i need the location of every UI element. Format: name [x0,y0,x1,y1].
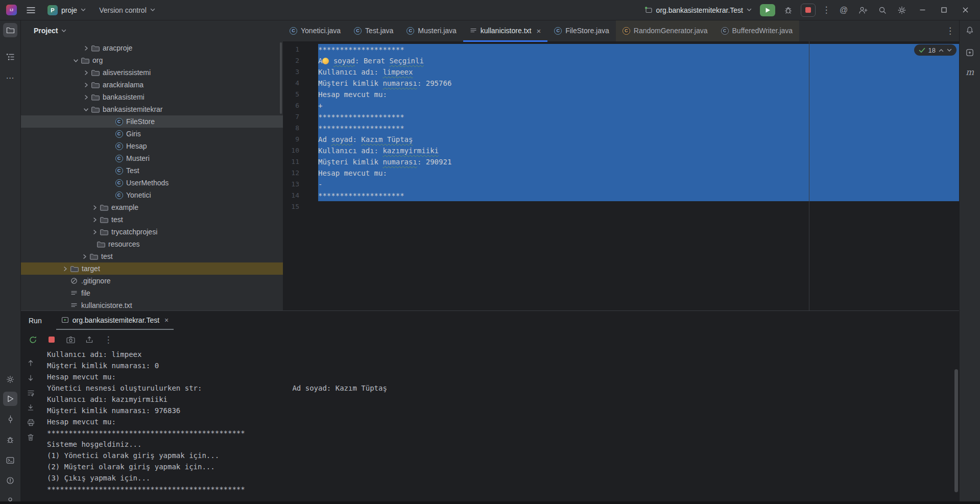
run-tool-icon[interactable] [3,392,17,406]
console-output[interactable]: Kullanıcı adı: limpeexMüşteri kimlik num… [47,349,949,495]
tree-item-.gitignore[interactable]: .gitignore [20,275,283,287]
project-selector[interactable]: P proje [44,4,89,17]
tab-RandomGenerator.java[interactable]: CRandomGenerator.java [616,20,714,41]
scroll-up-button[interactable] [25,357,36,369]
run-config-icon [644,6,653,14]
problems-tool-icon[interactable] [3,473,17,488]
tree-item-UserMethods[interactable]: CUserMethods [20,177,283,189]
tree-item-arackiralama[interactable]: arackiralama [20,79,283,91]
tab-label: Test.java [365,27,393,35]
tree-item-resources[interactable]: resources [20,238,283,250]
run-config-selector[interactable]: org.bankasistemitekrar.Test [642,5,754,16]
at-button[interactable]: @ [837,4,850,17]
print-button[interactable] [25,417,36,428]
commit-tool-icon[interactable] [3,412,17,426]
notifications-bell-icon[interactable] [963,23,977,37]
search-everywhere-button[interactable] [876,4,889,17]
run-button[interactable] [760,4,775,16]
tree-item-example[interactable]: example [20,201,283,213]
editor-line-8: 8******************** [283,123,960,134]
tab-Musteri.java[interactable]: CMusteri.java [400,20,463,41]
tree-scrollbar[interactable] [280,42,282,114]
snapshot-camera-button[interactable] [64,333,77,346]
close-icon[interactable]: × [536,27,541,35]
rerun-button[interactable] [27,333,39,346]
debug-tool-icon[interactable] [3,433,17,447]
console-scrollbar[interactable] [954,369,958,492]
tree-item-Yonetici[interactable]: CYonetici [20,189,283,201]
chevron-up-icon[interactable] [939,49,944,52]
chevron-right-icon[interactable] [60,266,69,272]
tree-item-Hesap[interactable]: CHesap [20,140,283,152]
tab-BufferedWriter.java[interactable]: CBufferedWriter.java [714,20,800,41]
class-icon: C [115,191,123,199]
tab-Yonetici.java[interactable]: CYonetici.java [283,20,347,41]
debug-button[interactable] [781,4,795,17]
tree-item-aracproje[interactable]: aracproje [20,42,283,54]
tree-item-kullanicistore.txt[interactable]: kullanicistore.txt [20,299,283,310]
titlebar: IJ P proje Version control org.bankasist… [0,0,980,20]
services-tool-icon[interactable] [3,372,17,387]
main-menu-icon[interactable] [24,4,37,17]
tree-item-org[interactable]: org [20,54,283,66]
version-control-menu[interactable]: Version control [96,5,158,16]
chevron-right-icon[interactable] [90,205,99,210]
close-window-button[interactable] [958,7,973,13]
console-line: Kullanıcı adı: kazımyirmiiki [47,394,949,405]
inspections-widget[interactable]: 18 [914,44,957,56]
chevron-right-icon[interactable] [81,45,90,51]
ai-assistant-icon[interactable] [963,45,977,60]
tree-item-trycatchprojesi[interactable]: trycatchprojesi [20,226,283,238]
close-icon[interactable]: × [164,316,169,324]
minimize-button[interactable] [915,7,930,13]
line-text: Hesap mevcut mu: [299,89,387,100]
tab-FileStore.java[interactable]: CFileStore.java [547,20,616,41]
chevron-down-icon[interactable] [71,58,80,63]
chevron-right-icon[interactable] [81,82,90,88]
code-with-me-button[interactable] [856,4,870,17]
chevron-down-icon[interactable] [947,49,952,52]
line-number: 8 [283,123,299,134]
chevron-right-icon[interactable] [90,217,99,223]
folder-icon [69,265,80,273]
stop-button[interactable] [801,4,816,17]
structure-tool-icon[interactable] [3,50,17,64]
more-tools-icon[interactable]: ⋯ [3,70,17,85]
editor-content[interactable]: 1********************2A soyad: Berat Seç… [283,41,960,310]
clear-console-button[interactable] [25,431,36,443]
project-panel-header[interactable]: Project [20,20,283,41]
chevron-down-icon[interactable] [81,107,90,112]
chevron-right-icon[interactable] [80,254,89,259]
tree-item-test[interactable]: test [20,250,283,262]
terminal-tool-icon[interactable] [3,453,17,467]
console-line: (3) Çıkış yapmak için... [47,472,949,484]
maven-tool-icon[interactable]: m [963,65,977,79]
console-more-button[interactable]: ⋮ [102,333,114,346]
more-run-actions-button[interactable]: ⋮ [822,4,831,17]
scroll-to-end-button[interactable] [25,402,36,413]
chevron-right-icon[interactable] [81,70,90,76]
chevron-right-icon[interactable] [90,229,99,235]
settings-button[interactable] [895,4,909,17]
maximize-button[interactable] [936,7,951,13]
tree-item-Test[interactable]: CTest [20,164,283,177]
stop-console-button[interactable] [45,333,58,346]
run-console-tab[interactable]: org.bankasistemitekrar.Test × [56,311,174,330]
tree-item-file[interactable]: file [20,287,283,299]
tree-item-test[interactable]: test [20,213,283,226]
tree-item-FileStore[interactable]: CFileStore [20,115,283,128]
export-button[interactable] [83,333,95,346]
tab-kullanicistore.txt[interactable]: kullanicistore.txt× [463,20,547,41]
chevron-right-icon[interactable] [81,94,90,100]
scroll-down-button[interactable] [25,372,36,383]
tree-item-Giris[interactable]: CGiris [20,128,283,140]
tree-item-Musteri[interactable]: CMusteri [20,152,283,164]
tree-item-bankasistemitekrar[interactable]: bankasistemitekrar [20,103,283,115]
project-tool-icon[interactable] [3,23,17,37]
soft-wrap-button[interactable] [25,387,36,398]
tab-Test.java[interactable]: CTest.java [347,20,400,41]
tree-item-bankasistemi[interactable]: bankasistemi [20,91,283,103]
tree-item-alisverissistemi[interactable]: alisverissistemi [20,66,283,79]
tree-item-target[interactable]: target [20,262,283,275]
tab-options-kebab[interactable]: ⋮ [946,20,954,41]
